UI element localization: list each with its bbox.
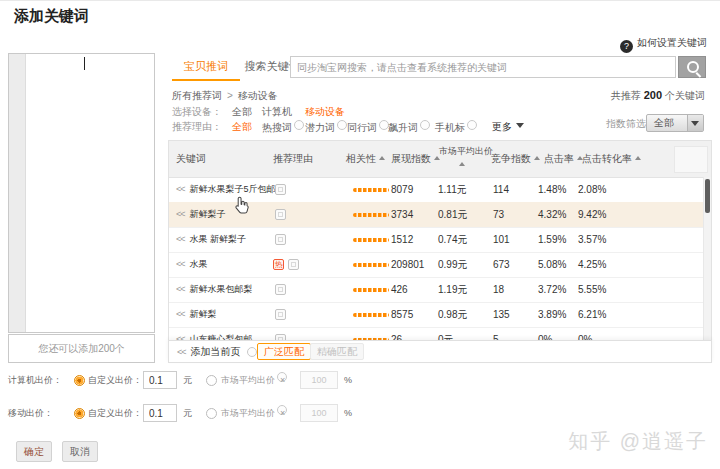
breadcrumb-root[interactable]: 所有推荐词 xyxy=(172,90,222,101)
confirm-button[interactable]: 确定 xyxy=(16,441,52,462)
col-relevance-sort[interactable]: 相关性 xyxy=(346,141,385,177)
conversion-rate: 6.21% xyxy=(578,302,606,327)
add-keyword-icon[interactable]: << xyxy=(176,234,185,244)
custom-bid-radio-selected[interactable] xyxy=(74,408,85,419)
multiply-sign: × xyxy=(280,403,285,423)
hot-badge-icon: 热 xyxy=(273,259,284,270)
mobile-bid-input[interactable] xyxy=(143,404,177,422)
table-row[interactable]: <<新鲜水果包邮梨 426 1.19元 18 3.72% 5.55% xyxy=(169,277,704,303)
table-row[interactable]: <<新鲜水果梨子5斤包邮 8079 1.11元 114 1.48% 2.08% xyxy=(169,177,704,203)
custom-bid-radio-selected[interactable] xyxy=(74,375,85,386)
mobile-bid-label: 移动出价： xyxy=(8,403,53,423)
relevance-bars xyxy=(353,313,389,317)
add-keyword-icon[interactable]: << xyxy=(176,184,185,194)
mobile-bid-row: 移动出价： 自定义出价： 元 市场平均出价 × % xyxy=(8,403,378,423)
reason-filter-row: 推荐理由： 全部 热搜词 潜力词 同行词 飙升词 手机标 更多 xyxy=(172,120,592,133)
click-rate: 5.08% xyxy=(538,252,566,277)
competition-index: 18 xyxy=(493,277,504,302)
table-row[interactable]: <<水果 热 209801 0.99元 673 5.08% 4.25% xyxy=(169,252,704,278)
help-link[interactable]: ?如何设置关键词 xyxy=(620,36,707,53)
reason-option-soar[interactable]: 飙升词 xyxy=(388,120,430,134)
table-scrollbar[interactable] xyxy=(703,177,711,357)
tag-badge-icon xyxy=(288,259,299,270)
search-button[interactable] xyxy=(678,56,706,78)
add-keyword-icon[interactable]: << xyxy=(176,284,185,294)
device-filter-row: 选择设备： 全部 计算机 移动设备 xyxy=(172,105,572,118)
display-index: 8575 xyxy=(391,302,413,327)
index-filter-value: 全部 xyxy=(654,117,674,128)
pc-bid-input[interactable] xyxy=(143,371,177,389)
help-label: 如何设置关键词 xyxy=(637,37,707,48)
click-rate: 1.48% xyxy=(538,177,566,202)
display-index: 8079 xyxy=(391,177,413,202)
info-icon xyxy=(294,120,304,130)
pc-bid-row: 计算机出价： 自定义出价： 元 市场平均出价 × % xyxy=(8,370,378,390)
watermark: 知乎 @逍遥子 xyxy=(568,428,708,455)
add-keyword-icon[interactable]: << xyxy=(176,209,185,219)
reason-option-potential[interactable]: 潜力词 xyxy=(305,120,347,134)
yuan-unit: 元 xyxy=(183,370,192,390)
market-bid-radio[interactable] xyxy=(206,408,217,419)
conversion-rate: 9.42% xyxy=(578,202,606,227)
index-filter-select[interactable]: 全部 xyxy=(646,114,704,132)
col-ctr-sort[interactable]: 点击率 xyxy=(544,141,583,177)
custom-bid-label: 自定义出价： xyxy=(88,370,142,390)
reason-option-hot[interactable]: 热搜词 xyxy=(262,120,304,134)
cancel-button[interactable]: 取消 xyxy=(62,441,98,462)
breadcrumb-separator: > xyxy=(227,90,233,101)
relevance-bars xyxy=(353,288,389,292)
add-keyword-icon[interactable]: << xyxy=(176,259,185,269)
device-option-pc[interactable]: 计算机 xyxy=(262,105,292,118)
keyword-table: 关键词 推荐理由 相关性 展现指数 市场平均出价 竞争指数 点击率 点击转化率 … xyxy=(168,140,712,358)
broad-match-button[interactable]: 广泛匹配 xyxy=(257,343,311,360)
table-row[interactable]: <<水果 新鲜梨子 1512 0.74元 101 1.59% 3.57% xyxy=(169,227,704,253)
dropdown-arrow-icon xyxy=(687,115,703,131)
add-keyword-icon[interactable]: << xyxy=(176,309,185,319)
search-input[interactable] xyxy=(290,56,676,78)
scrollbar-thumb[interactable] xyxy=(705,179,710,213)
remaining-count-note: 您还可以添加200个 xyxy=(8,334,155,363)
conversion-rate: 3.57% xyxy=(578,227,606,252)
text-caret xyxy=(84,57,85,70)
header-corner xyxy=(674,146,708,173)
selected-keywords-textarea[interactable] xyxy=(8,53,155,333)
col-bid-sort[interactable]: 市场平均出价 xyxy=(439,145,493,166)
more-dropdown[interactable]: 更多 xyxy=(492,120,524,133)
add-current-page-link[interactable]: <<添加当前页 xyxy=(177,341,241,363)
question-icon: ? xyxy=(620,40,633,53)
search-icon xyxy=(687,61,699,73)
exact-match-button[interactable]: 精确匹配 xyxy=(310,343,364,360)
reason-option-mobile-tag[interactable]: 手机标 xyxy=(435,120,477,134)
competition-index: 73 xyxy=(493,202,504,227)
info-icon xyxy=(467,120,477,130)
tab-baobei-recommend[interactable]: 宝贝推词 xyxy=(172,54,240,81)
breadcrumb: 所有推荐词>移动设备 xyxy=(172,89,278,103)
col-display-sort[interactable]: 展现指数 xyxy=(391,141,440,177)
device-option-mobile[interactable]: 移动设备 xyxy=(305,105,345,118)
reason-option-all[interactable]: 全部 xyxy=(232,120,252,133)
total-suffix: 个关键词 xyxy=(665,90,705,101)
market-bid: 0.98元 xyxy=(438,302,467,327)
col-competition-sort[interactable]: 竞争指数 xyxy=(491,141,540,177)
tag-badge-icon xyxy=(275,184,286,195)
device-option-all[interactable]: 全部 xyxy=(232,105,252,118)
device-filter-label: 选择设备： xyxy=(172,105,222,118)
custom-bid-label: 自定义出价： xyxy=(88,403,142,423)
page-title: 添加关键词 xyxy=(14,7,89,26)
competition-index: 114 xyxy=(493,177,509,202)
click-rate: 1.59% xyxy=(538,227,566,252)
col-cvr-sort[interactable]: 点击转化率 xyxy=(582,141,641,177)
reason-option-peer[interactable]: 同行词 xyxy=(347,120,389,134)
keyword-text: 新鲜水果包邮梨 xyxy=(190,284,253,294)
table-row-highlighted[interactable]: <<新鲜梨子 3734 0.81元 73 4.32% 9.42% xyxy=(169,202,704,228)
market-bid-radio[interactable] xyxy=(206,375,217,386)
info-icon xyxy=(420,120,430,130)
competition-index: 135 xyxy=(493,302,510,327)
market-bid: 0.74元 xyxy=(438,227,467,252)
keyword-text: 水果 新鲜梨子 xyxy=(190,234,247,244)
table-row[interactable]: <<新鲜梨 8575 0.98元 135 3.89% 6.21% xyxy=(169,302,704,328)
market-bid: 0.99元 xyxy=(438,252,467,277)
market-bid: 0.81元 xyxy=(438,202,467,227)
tag-badge-icon xyxy=(275,234,286,245)
col-reason: 推荐理由 xyxy=(273,141,313,177)
